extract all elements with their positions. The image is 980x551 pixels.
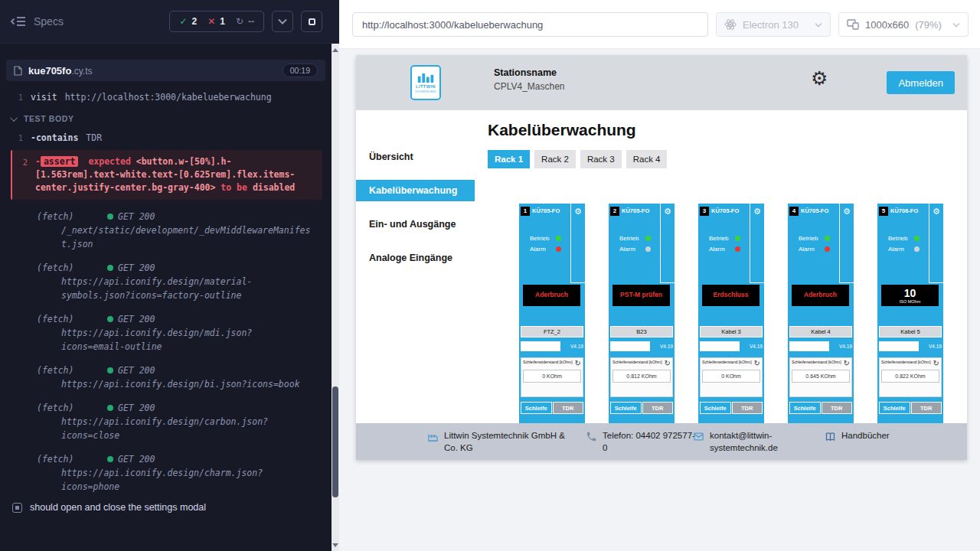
- alarm-status-dot: [556, 246, 561, 252]
- fetch-tag: (fetch): [37, 261, 107, 275]
- spec-file-bar[interactable]: kue705fo.cy.ts 00:19: [6, 60, 325, 81]
- nav-item[interactable]: Übersicht: [356, 146, 475, 168]
- schleife-button[interactable]: Schleife: [700, 402, 731, 414]
- betrieb-status-dot: [825, 236, 830, 241]
- refresh-icon[interactable]: ↻: [575, 360, 581, 367]
- factory-icon: [427, 431, 439, 442]
- tdr-button[interactable]: TDR: [732, 402, 763, 414]
- status-text: Erdschluss: [714, 292, 749, 299]
- station-info: Stationsname CPLV4_Maschen: [494, 67, 565, 92]
- version-row: V4.19: [610, 341, 673, 351]
- card-buttons: Schleife TDR: [610, 402, 673, 414]
- chevron-down-icon: [815, 22, 822, 28]
- footer-email: kontakt@littwin-systemtechnik.de: [693, 430, 794, 454]
- app-footer: Littwin Systemtechnik GmbH & Co. KG Tele…: [356, 423, 967, 460]
- station-value: CPLV4_Maschen: [494, 81, 565, 92]
- fetch-status: GET 200: [107, 401, 155, 415]
- fetch-log-entry[interactable]: (fetch) GET 200 /_next/static/developmen…: [11, 210, 322, 251]
- scroll-up-arrow[interactable]: [332, 48, 338, 52]
- footer-phone: Telefon: 04402 972577-0: [586, 430, 696, 454]
- viewport-size: 1000x660: [865, 19, 909, 31]
- resistance-value: 0 KOhm: [523, 370, 581, 383]
- status-text: Aderbruch: [535, 292, 568, 299]
- schleife-button[interactable]: Schleife: [789, 402, 821, 414]
- fetch-url: https://api.iconify.design/mdi.json?icon…: [61, 326, 315, 354]
- schleife-button[interactable]: Schleife: [879, 402, 910, 414]
- device-card: ⚙ 2 KÜ705-FO Betrieb: [609, 204, 675, 423]
- pending-count: --: [248, 16, 254, 27]
- status-display: PST-M prüfen: [612, 285, 670, 306]
- fetch-log-entry[interactable]: (fetch) GET 200 https://api.iconify.desi…: [11, 364, 322, 391]
- logout-button[interactable]: Abmelden: [887, 71, 955, 94]
- cable-name: Kabel 5: [879, 326, 942, 337]
- reporter-scrollbar[interactable]: [332, 0, 339, 551]
- resistance-panel: Schleifenwiderstand [kOhm] ↻ 0.812 KOhm: [610, 357, 673, 397]
- card-settings-gear-icon[interactable]: ⚙: [933, 207, 940, 216]
- failed-assert-command[interactable]: 2 -assert expected <button.w-[50%].h-[1.…: [11, 150, 322, 200]
- fetch-log-entry[interactable]: (fetch) GET 200 https://api.iconify.desi…: [11, 312, 322, 354]
- card-side-column: ⚙: [570, 204, 585, 283]
- browser-select[interactable]: Electron 130: [716, 12, 831, 37]
- fetch-log-entry[interactable]: (fetch) GET 200 https://api.iconify.desi…: [11, 452, 322, 494]
- viewport-zoom: (79%): [915, 19, 942, 31]
- betrieb-status-dot: [556, 236, 561, 241]
- settings-gear-icon[interactable]: ⚙: [811, 69, 828, 88]
- test-body-section-toggle[interactable]: TEST BODY: [12, 114, 322, 123]
- scroll-down-arrow[interactable]: [332, 543, 338, 547]
- resistance-panel: Schleifenwiderstand [kOhm] ↻ 0.822 KOhm: [879, 357, 942, 397]
- schleife-button[interactable]: Schleife: [610, 402, 642, 414]
- fetch-url: https://api.iconify.design/bi.json?icons…: [61, 377, 315, 391]
- rack-tab[interactable]: Rack 4: [626, 150, 668, 168]
- status-display: Aderbruch: [523, 285, 580, 306]
- viewport-select[interactable]: 1000x660 (79%): [838, 12, 969, 37]
- browser-name: Electron 130: [743, 19, 799, 31]
- refresh-icon[interactable]: ↻: [665, 360, 671, 367]
- tdr-button[interactable]: TDR: [642, 402, 674, 414]
- tdr-button[interactable]: TDR: [822, 402, 853, 414]
- stop-tests-button[interactable]: [301, 11, 322, 32]
- nav-item[interactable]: Analoge Eingänge: [356, 247, 475, 269]
- refresh-icon[interactable]: ↻: [754, 360, 760, 367]
- scrollbar-thumb[interactable]: [332, 386, 338, 497]
- runner-panel: Electron 130 1000x660 (79%): [339, 0, 980, 551]
- url-input[interactable]: [352, 12, 708, 37]
- page-title: Kabelüberwachung: [488, 121, 636, 139]
- nav-item[interactable]: Kabelüberwachung: [356, 180, 475, 201]
- card-settings-gear-icon[interactable]: ⚙: [574, 207, 582, 216]
- command-contains[interactable]: 1 -contains TDR: [11, 131, 322, 145]
- device-card: ⚙ 4 KÜ705-FO Betrieb: [788, 204, 854, 423]
- collapsed-test-title: should open and close the settings modal: [30, 502, 206, 513]
- card-settings-gear-icon[interactable]: ⚙: [664, 207, 671, 216]
- alarm-status-dot: [914, 246, 920, 252]
- littwin-logo-icon: [416, 73, 435, 83]
- nav-item[interactable]: Ein- und Ausgänge: [356, 214, 475, 235]
- command-visit[interactable]: 1 visit http://localhost:3000/kabelueber…: [11, 90, 322, 105]
- fetch-tag: (fetch): [37, 210, 107, 223]
- test-stats: ✓2 ✕1 ↻--: [169, 11, 264, 32]
- specs-menu-icon[interactable]: [11, 16, 26, 27]
- betrieb-status-dot: [735, 236, 740, 241]
- command-number: 2: [15, 155, 28, 194]
- rack-tab[interactable]: Rack 3: [580, 150, 622, 168]
- schleife-button[interactable]: Schleife: [521, 402, 552, 414]
- card-number: 4: [789, 207, 799, 216]
- tdr-button[interactable]: TDR: [553, 402, 584, 414]
- refresh-icon[interactable]: ↻: [933, 360, 939, 367]
- rack-tab[interactable]: Rack 1: [488, 150, 530, 168]
- collapsed-test-row[interactable]: should open and close the settings modal: [0, 497, 332, 517]
- collapse-tests-button[interactable]: [272, 11, 293, 32]
- rack-tab[interactable]: Rack 2: [534, 150, 576, 168]
- card-settings-gear-icon[interactable]: ⚙: [843, 207, 851, 216]
- version-row: V4.19: [700, 341, 763, 351]
- stop-icon: [309, 18, 315, 25]
- refresh-icon[interactable]: ↻: [844, 360, 850, 367]
- failed-count: 1: [220, 16, 225, 27]
- footer-manuals[interactable]: Handbücher: [825, 430, 890, 442]
- card-settings-gear-icon[interactable]: ⚙: [753, 207, 761, 216]
- fetch-log-entry[interactable]: (fetch) GET 200 https://api.iconify.desi…: [11, 261, 322, 302]
- fetch-log-entry[interactable]: (fetch) GET 200 https://api.iconify.desi…: [11, 401, 322, 442]
- cable-name: B23: [610, 326, 673, 337]
- tdr-button[interactable]: TDR: [911, 402, 942, 414]
- test-body-label: TEST BODY: [24, 114, 74, 123]
- card-buttons: Schleife TDR: [521, 402, 583, 414]
